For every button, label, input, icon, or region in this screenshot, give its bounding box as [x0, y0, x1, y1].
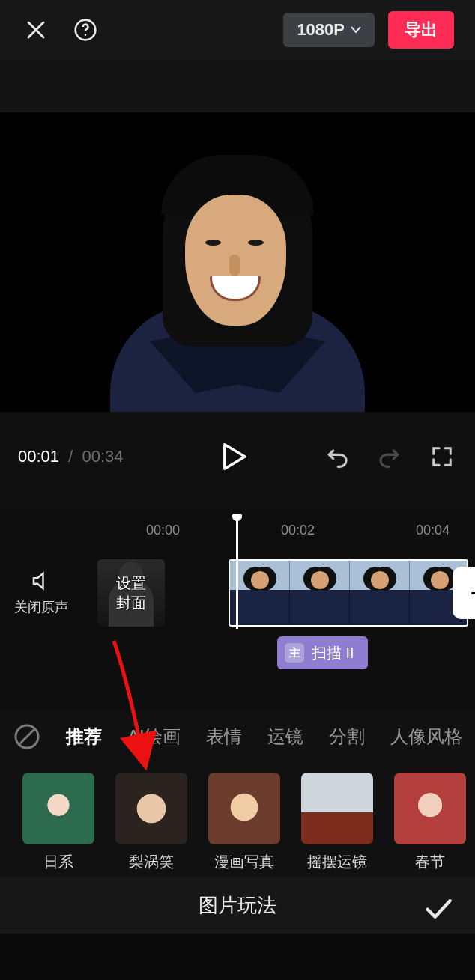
fullscreen-icon: [431, 445, 453, 468]
clip-frame: [230, 561, 290, 625]
timeline[interactable]: 00:00 00:02 00:04 关闭原声 设置 封面 +: [0, 509, 475, 711]
speaker-icon: [30, 570, 52, 592]
plus-icon: +: [470, 576, 475, 610]
redo-button[interactable]: [375, 442, 405, 472]
mute-label: 关闭原声: [14, 598, 68, 616]
total-duration: 00:34: [82, 447, 123, 466]
effect-label: 梨涡笑: [129, 852, 174, 872]
export-button[interactable]: 导出: [388, 11, 454, 49]
current-time: 00:01: [18, 447, 59, 466]
fullscreen-button[interactable]: [427, 442, 457, 472]
ruler-tick: 00:04: [416, 523, 450, 538]
effect-label: 春节: [415, 852, 445, 872]
tab-expression[interactable]: 表情: [206, 725, 242, 749]
mute-original-audio[interactable]: 关闭原声: [0, 570, 82, 616]
set-cover-tile[interactable]: 设置 封面: [97, 559, 165, 627]
video-clip[interactable]: [229, 559, 468, 627]
resolution-label: 1080P: [297, 20, 345, 40]
effect-label: 摇摆运镜: [307, 852, 367, 872]
clip-frame: [350, 561, 410, 625]
none-icon: [13, 723, 40, 750]
panel-footer: 图片玩法: [0, 877, 475, 934]
help-icon: [73, 18, 97, 42]
close-icon: [25, 19, 47, 41]
effect-glyph: 主: [285, 643, 304, 663]
topbar-right: 1080P 导出: [283, 11, 454, 49]
clip-frame: [290, 561, 350, 625]
caret-down-icon: [351, 26, 361, 34]
panel-title: 图片玩法: [199, 892, 276, 919]
topbar-left: [21, 15, 100, 45]
undo-button[interactable]: [322, 442, 352, 472]
effect-item[interactable]: 梨涡笑: [115, 773, 187, 872]
play-button[interactable]: [215, 438, 252, 475]
effect-thumbnail-row: 日系 梨涡笑 漫画写真 摇摆运镜 春节: [0, 762, 475, 877]
effect-item[interactable]: 日系: [22, 773, 94, 872]
play-icon: [221, 442, 246, 471]
svg-line-5: [19, 729, 35, 745]
effect-label: 漫画写真: [214, 852, 274, 872]
effect-item[interactable]: 摇摆运镜: [301, 773, 373, 872]
effect-item[interactable]: 漫画写真: [208, 773, 280, 872]
editor-topbar: 1080P 导出: [0, 0, 475, 60]
close-button[interactable]: [21, 15, 51, 45]
undo-icon: [325, 445, 349, 469]
playhead[interactable]: [236, 517, 238, 629]
tab-split[interactable]: 分割: [329, 725, 365, 749]
add-clip-button[interactable]: +: [453, 567, 475, 619]
spacer: [0, 60, 475, 112]
clip-area[interactable]: +: [165, 559, 475, 627]
cover-label-l2: 封面: [116, 594, 146, 611]
tab-portrait-style[interactable]: 人像风格: [390, 725, 462, 749]
effect-chip-label: 扫描 II: [312, 643, 354, 663]
confirm-button[interactable]: [423, 893, 453, 923]
svg-point-3: [85, 34, 87, 36]
help-button[interactable]: [70, 15, 100, 45]
check-icon: [423, 893, 453, 923]
effect-thumb: [22, 773, 94, 844]
effect-item[interactable]: 春节: [394, 773, 466, 872]
effect-thumb: [301, 773, 373, 844]
tab-recommend[interactable]: 推荐: [66, 725, 102, 749]
resolution-selector[interactable]: 1080P: [283, 13, 375, 47]
ruler-tick: 00:00: [146, 523, 180, 538]
clear-effect-button[interactable]: [13, 723, 40, 750]
effect-chip-scan[interactable]: 主 扫描 II: [277, 636, 368, 669]
cover-label-l1: 设置: [116, 575, 146, 591]
tab-camera-move[interactable]: 运镜: [267, 725, 303, 749]
video-preview[interactable]: [0, 112, 475, 412]
effect-category-tabs: 推荐 AI绘画 表情 运镜 分割 人像风格: [0, 711, 475, 762]
preview-subject: [103, 146, 372, 412]
redo-icon: [378, 445, 402, 469]
time-display: 00:01 / 00:34: [18, 447, 124, 466]
effect-label: 日系: [43, 852, 73, 872]
tab-ai-draw[interactable]: AI绘画: [127, 725, 181, 749]
time-separator: /: [68, 447, 73, 466]
effect-thumb: [115, 773, 187, 844]
player-right-controls: [322, 442, 457, 472]
effect-thumb: [208, 773, 280, 844]
effect-thumb: [394, 773, 466, 844]
ruler-tick: 00:02: [281, 523, 315, 538]
player-controls: 00:01 / 00:34: [0, 412, 475, 509]
